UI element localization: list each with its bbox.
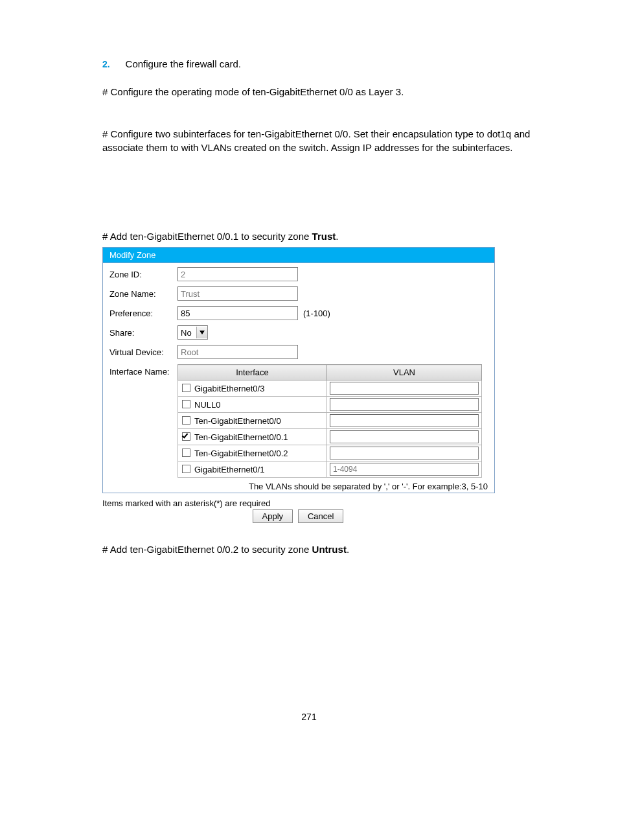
paragraph-3-post: . [336,231,338,242]
checkbox[interactable] [182,400,190,408]
iface-name: Ten-GigabitEthernet0/0.1 [194,432,288,442]
vlan-input[interactable] [330,414,479,427]
iface-name: GigabitEthernet0/3 [194,384,264,393]
step-line: 2. Configure the firewall card. [102,58,553,69]
iface-cell: Ten-GigabitEthernet0/0.1 [178,429,327,445]
paragraph-4-post: . [347,544,349,555]
checkbox[interactable] [182,416,190,425]
vlan-cell [327,461,482,478]
iface-cell: GigabitEthernet0/1 [178,461,327,478]
paragraph-1: # Configure the operating mode of ten-Gi… [102,85,553,99]
paragraph-3-bold: Trust [312,231,336,242]
vlan-cell [327,397,482,413]
vlan-input[interactable] [330,447,479,460]
apply-button[interactable]: Apply [253,509,293,523]
input-virtual-device[interactable] [177,345,298,359]
table-row: Ten-GigabitEthernet0/0.1 [178,429,482,445]
label-interface-name: Interface Name: [109,364,177,377]
input-preference[interactable] [177,306,298,320]
vlan-cell [327,380,482,397]
vlan-cell [327,429,482,445]
interface-table: Interface VLAN GigabitEthernet0/3NULL0Te… [177,364,482,478]
row-zone-id: Zone ID: [103,263,494,283]
table-row: Ten-GigabitEthernet0/0 [178,413,482,429]
table-row: GigabitEthernet0/3 [178,380,482,397]
row-virtual-device: Virtual Device: [103,341,494,360]
table-row: Ten-GigabitEthernet0/0.2 [178,445,482,461]
select-share-value: No [178,328,196,338]
row-share: Share: No [103,321,494,341]
required-note: Items marked with an asterisk(*) are req… [102,498,553,508]
paragraph-2: # Configure two subinterfaces for ten-Gi… [102,127,553,154]
label-share: Share: [109,328,177,338]
row-zone-name: Zone Name: [103,283,494,302]
label-preference: Preference: [109,309,177,318]
iface-cell: Ten-GigabitEthernet0/0 [178,413,327,429]
input-zone-id[interactable] [177,267,298,281]
label-zone-id: Zone ID: [109,270,177,279]
paragraph-3-pre: # Add ten-GigabitEthernet 0/0.1 to secur… [102,231,312,242]
input-zone-name[interactable] [177,286,298,301]
checkbox[interactable] [182,449,190,457]
table-row: GigabitEthernet0/1 [178,461,482,478]
checkbox[interactable] [182,432,190,441]
select-share[interactable]: No [177,325,208,340]
cancel-button[interactable]: Cancel [298,509,343,523]
step-number: 2. [102,59,110,69]
paragraph-4-pre: # Add ten-GigabitEthernet 0/0.2 to secur… [102,544,312,555]
table-row: NULL0 [178,397,482,413]
chevron-down-icon [196,327,207,338]
iface-cell: Ten-GigabitEthernet0/0.2 [178,445,327,461]
vlan-input[interactable] [330,430,479,443]
iface-name: Ten-GigabitEthernet0/0.2 [194,449,288,458]
label-zone-name: Zone Name: [109,289,177,299]
button-row: Apply Cancel [102,509,494,523]
paragraph-4: # Add ten-GigabitEthernet 0/0.2 to secur… [102,542,553,556]
paragraph-3: # Add ten-GigabitEthernet 0/0.1 to secur… [102,229,553,243]
step-text: Configure the firewall card. [126,58,241,69]
vlan-input[interactable] [330,398,479,411]
row-preference: Preference: (1-100) [103,302,494,321]
th-interface: Interface [178,365,327,380]
iface-name: NULL0 [194,400,220,410]
vlan-hint: The VLANs should be separated by ',' or … [103,479,494,493]
checkbox[interactable] [182,384,190,392]
vlan-input[interactable] [330,463,479,476]
iface-name: Ten-GigabitEthernet0/0 [194,416,281,426]
vlan-input[interactable] [330,382,479,395]
label-virtual-device: Virtual Device: [109,347,177,357]
preference-range: (1-100) [303,309,330,318]
iface-name: GigabitEthernet0/1 [194,465,264,474]
svg-marker-0 [200,331,205,334]
row-interface-name: Interface Name: Interface VLAN GigabitEt… [103,360,494,479]
panel-header: Modify Zone [103,248,494,263]
paragraph-4-bold: Untrust [312,544,347,555]
th-vlan: VLAN [327,365,482,380]
modify-zone-panel: Modify Zone Zone ID: Zone Name: Preferen… [102,247,495,493]
vlan-cell [327,445,482,461]
checkbox[interactable] [182,465,190,473]
vlan-cell [327,413,482,429]
iface-cell: GigabitEthernet0/3 [178,380,327,397]
iface-cell: NULL0 [178,397,327,413]
page-number: 271 [65,712,553,722]
